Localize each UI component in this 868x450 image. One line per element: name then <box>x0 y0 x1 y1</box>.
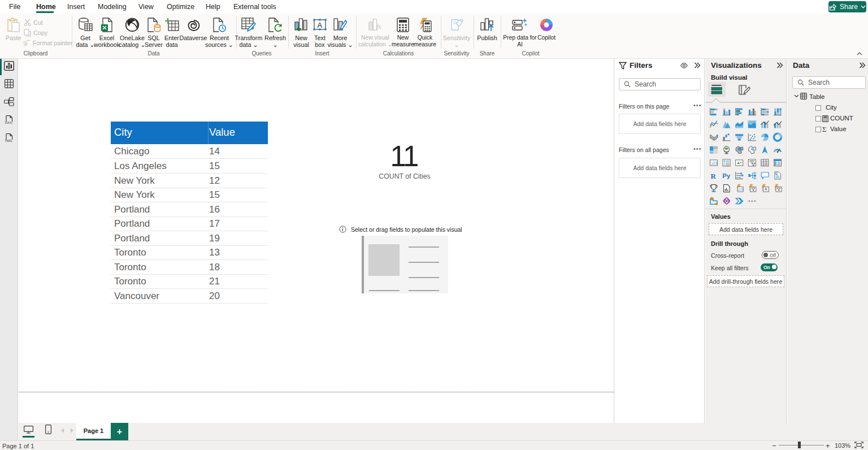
svg-text:Py: Py <box>723 172 731 179</box>
svg-text:R: R <box>711 172 717 180</box>
svg-text:123: 123 <box>738 188 743 191</box>
svg-text:TMDL: TMDL <box>5 139 13 142</box>
svg-text:A: A <box>318 21 323 29</box>
svg-text:DAX): DAX) <box>5 121 12 124</box>
svg-text:A: A <box>765 187 767 191</box>
svg-text:123: 123 <box>711 161 717 165</box>
svg-text:fx: fx <box>376 23 381 31</box>
